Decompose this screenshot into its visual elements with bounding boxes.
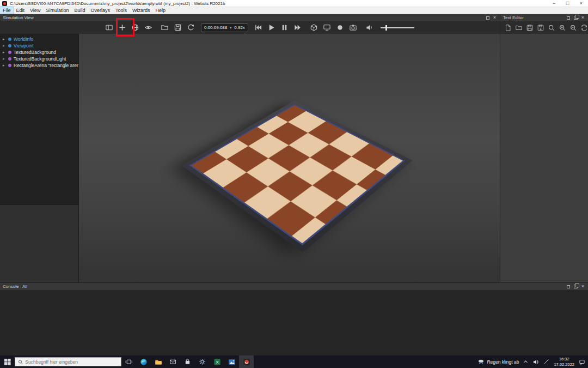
scene-tree: ▸ WorldInfo ▸ Viewpoint ▸ TexturedBackgr… [0, 34, 78, 204]
search-input[interactable] [25, 359, 118, 365]
checkerboard-floor [189, 104, 405, 245]
title-bar: C:\Users\SSDVI00-M47CA9PDI34D\Documents\… [0, 0, 588, 7]
pause-button[interactable] [278, 22, 291, 33]
menu-simulation[interactable]: Simulation [43, 7, 71, 14]
system-tray: Regen klingt ab 16:32 17.02.2022 [477, 357, 588, 367]
taskbar-app-edge[interactable] [136, 355, 151, 368]
dock-close-icon[interactable]: × [493, 16, 496, 20]
taskbar-app-file-explorer[interactable] [151, 355, 166, 368]
dock-close-icon[interactable]: × [581, 16, 584, 20]
taskbar-app-excel[interactable]: X [210, 355, 224, 368]
skip-to-start-icon [254, 23, 262, 32]
open-file-button[interactable] [514, 22, 524, 33]
find-button[interactable] [547, 22, 556, 33]
tree-item-worldinfo[interactable]: ▸ WorldInfo [0, 36, 78, 43]
menu-edit[interactable]: Edit [14, 7, 28, 14]
sound-toggle-button[interactable] [363, 22, 376, 33]
tree-item-rectanglearena[interactable]: ▸ RectangleArena "rectangle arena" [0, 62, 78, 69]
text-editor-content[interactable] [500, 34, 588, 282]
save-button[interactable] [525, 22, 535, 33]
action-center-button[interactable] [579, 359, 585, 365]
expand-arrow-icon[interactable]: ▸ [3, 44, 6, 48]
task-view-button[interactable] [121, 355, 136, 368]
rectangle-arena [182, 100, 413, 252]
zoom-in-button[interactable] [558, 22, 567, 33]
fullscreen-toggle-button[interactable] [321, 22, 334, 33]
save-as-button[interactable] [536, 22, 546, 33]
3d-viewport[interactable] [78, 34, 500, 282]
excel-icon: X [213, 358, 221, 366]
reload-world-button[interactable] [184, 22, 197, 33]
hidden-icons-button[interactable] [523, 359, 528, 364]
mail-icon [169, 358, 176, 365]
tree-item-viewpoint[interactable]: ▸ Viewpoint [0, 43, 78, 49]
taskbar-search[interactable] [15, 357, 121, 366]
dock-close-icon[interactable]: × [581, 285, 584, 288]
zoom-out-button[interactable] [568, 22, 578, 33]
real-time-play-button[interactable] [265, 22, 278, 33]
play-icon [267, 23, 275, 32]
console-header: Console - All × [0, 282, 588, 290]
expand-arrow-icon[interactable]: ▸ [3, 57, 6, 61]
taskbar-app-photos[interactable] [224, 355, 239, 368]
text-editor-title: Text Editor [500, 15, 524, 20]
menu-overlays[interactable]: Overlays [88, 7, 113, 14]
console-title: Console - All [0, 284, 27, 289]
replace-button[interactable] [579, 22, 588, 33]
maximize-button[interactable]: □ [561, 0, 574, 7]
dock-float-icon[interactable] [486, 16, 489, 20]
volume-slider-handle[interactable] [385, 25, 387, 31]
minimize-button[interactable]: − [547, 0, 561, 7]
taskbar-app-microsoft-store[interactable] [180, 355, 195, 368]
windows-logo-icon [4, 359, 11, 365]
tray-volume-button[interactable] [532, 359, 539, 365]
open-world-button[interactable] [158, 22, 171, 33]
panel-toggle-icon [105, 23, 113, 32]
start-button[interactable] [0, 355, 15, 368]
dock-minimize-icon[interactable] [567, 285, 570, 288]
menu-wizards[interactable]: Wizards [130, 7, 153, 14]
reset-simulation-button[interactable] [252, 22, 265, 33]
tree-item-texturedbackgroundlight[interactable]: ▸ TexturedBackgroundLight [0, 56, 78, 62]
screenshot-button[interactable] [347, 22, 360, 33]
console-output[interactable] [0, 290, 588, 355]
fast-forward-icon [293, 23, 302, 32]
close-button[interactable]: × [574, 0, 588, 7]
tree-item-label: RectangleArena "rectangle arena" [14, 63, 83, 68]
rendering-toggle-button[interactable] [308, 22, 321, 33]
scene-tree-toggle-button[interactable] [102, 22, 115, 33]
simulation-time-display[interactable]: 0:00:09:088 ▾ 0.92x [201, 23, 248, 32]
tree-item-label: TexturedBackgroundLight [14, 56, 66, 62]
taskbar-app-mail[interactable] [166, 355, 180, 368]
dock-restore-icon[interactable] [574, 285, 578, 288]
taskbar-app-settings[interactable] [195, 355, 210, 368]
search-icon [548, 24, 555, 32]
taskbar-weather[interactable]: Regen klingt ab [477, 358, 519, 365]
volume-slider[interactable] [381, 22, 414, 33]
task-view-icon [125, 358, 132, 365]
menu-help[interactable]: Help [152, 7, 168, 14]
clock-date: 17.02.2022 [554, 362, 574, 367]
menu-tools[interactable]: Tools [113, 7, 130, 14]
tree-item-texturedbackground[interactable]: ▸ TexturedBackground [0, 49, 78, 56]
dock-restore-icon[interactable] [574, 16, 578, 20]
windows-ink-button[interactable] [543, 359, 549, 365]
reload-icon [187, 23, 195, 32]
taskbar-app-webots[interactable] [239, 355, 254, 368]
new-file-button[interactable] [503, 22, 513, 33]
cube-icon [310, 23, 318, 32]
save-world-button[interactable] [171, 22, 184, 33]
menu-view[interactable]: View [27, 7, 43, 14]
menu-build[interactable]: Build [71, 7, 88, 14]
monitor-icon [323, 23, 331, 32]
fast-forward-button[interactable] [291, 22, 304, 33]
expand-arrow-icon[interactable]: ▸ [3, 37, 6, 41]
menu-file[interactable]: File [0, 7, 14, 14]
search-icon [18, 359, 23, 365]
taskbar-clock[interactable]: 16:32 17.02.2022 [554, 357, 574, 367]
expand-arrow-icon[interactable]: ▸ [3, 50, 6, 55]
restore-viewpoint-button[interactable] [142, 22, 155, 33]
expand-arrow-icon[interactable]: ▸ [3, 63, 6, 68]
movie-record-button[interactable] [334, 22, 347, 33]
dock-minimize-icon[interactable] [567, 16, 570, 20]
